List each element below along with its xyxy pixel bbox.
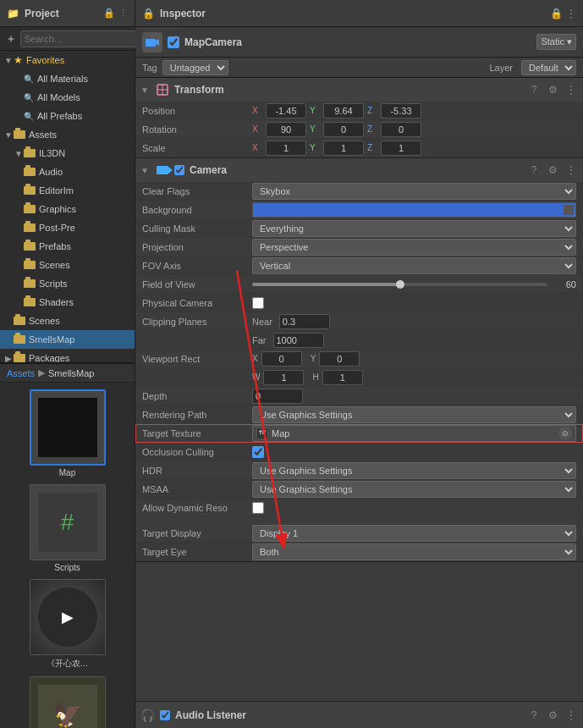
viewport-x-input[interactable] bbox=[261, 351, 302, 367]
all-prefabs-label: All Prefabs bbox=[37, 111, 82, 121]
target-eye-dropdown[interactable]: Both bbox=[252, 543, 576, 560]
sidebar-item-smellsmap[interactable]: SmellsMap bbox=[0, 330, 135, 349]
sidebar-item-graphics[interactable]: Graphics bbox=[0, 200, 135, 218]
static-dropdown[interactable]: Static ▾ bbox=[536, 34, 576, 50]
transform-help-icon[interactable]: ? bbox=[527, 84, 541, 96]
audio-settings-icon[interactable]: ⚙ bbox=[546, 709, 559, 721]
scenes-folder-icon bbox=[24, 261, 36, 269]
culling-mask-dropdown[interactable]: Everything bbox=[252, 220, 576, 237]
sidebar-item-il3dn[interactable]: ▼ IL3DN bbox=[0, 144, 135, 163]
sidebar-item-scenes[interactable]: Scenes bbox=[0, 256, 135, 274]
fov-slider-thumb[interactable] bbox=[396, 280, 404, 289]
camera-help-icon[interactable]: ? bbox=[527, 164, 541, 176]
scale-y-input[interactable] bbox=[323, 141, 364, 156]
fov-slider-track[interactable] bbox=[252, 283, 547, 286]
sidebar-item-all-materials[interactable]: 🔍 All Materials bbox=[0, 69, 135, 88]
object-enabled-checkbox[interactable] bbox=[168, 36, 179, 48]
breadcrumb-assets[interactable]: Assets bbox=[7, 368, 35, 378]
list-item[interactable]: 🦅 平原灰鷹-r... bbox=[7, 676, 128, 728]
audio-help-icon[interactable]: ? bbox=[527, 709, 541, 721]
target-select-button[interactable]: ⊙ bbox=[558, 427, 572, 440]
projection-dropdown[interactable]: Perspective bbox=[252, 239, 576, 256]
plus-icon[interactable]: ＋ bbox=[5, 31, 17, 47]
hdr-dropdown[interactable]: Use Graphics Settings bbox=[252, 462, 576, 479]
sidebar-item-editorm[interactable]: EditorIm bbox=[0, 181, 135, 200]
il3dn-arrow: ▼ bbox=[14, 148, 24, 158]
depth-input[interactable] bbox=[252, 389, 303, 404]
sidebar-item-shaders[interactable]: Shaders bbox=[0, 293, 135, 312]
headphone-icon: 🎧 bbox=[140, 709, 155, 722]
favorites-label: Favorites bbox=[26, 55, 64, 65]
more-icon[interactable]: ⋮ bbox=[118, 8, 128, 19]
sidebar-item-scenes2[interactable]: Scenes bbox=[0, 312, 135, 330]
map-thumbnail-box[interactable] bbox=[30, 389, 106, 466]
msaa-dropdown[interactable]: Use Graphics Settings bbox=[252, 481, 576, 498]
scale-z-input[interactable] bbox=[381, 141, 421, 156]
sidebar-item-prefabs[interactable]: Prefabs bbox=[0, 237, 135, 256]
fov-axis-label: FOV Axis bbox=[142, 261, 252, 271]
rendering-path-dropdown[interactable]: Use Graphics Settings bbox=[252, 406, 576, 423]
lock-icon[interactable]: 🔒 bbox=[103, 8, 115, 19]
list-item[interactable]: Map bbox=[7, 389, 128, 477]
rot-z-label: Z bbox=[367, 124, 377, 134]
sidebar-item-post[interactable]: Post-Pre bbox=[0, 218, 135, 237]
inspector-more-icon[interactable]: ⋮ bbox=[566, 8, 576, 19]
video-thumbnail-box[interactable]: ▶ bbox=[30, 579, 106, 655]
transform-more-icon[interactable]: ⋮ bbox=[564, 84, 578, 96]
far-input[interactable] bbox=[273, 333, 324, 348]
audio-more-icon[interactable]: ⋮ bbox=[564, 709, 578, 721]
clear-flags-dropdown[interactable]: Skybox bbox=[252, 183, 576, 200]
sidebar-item-assets[interactable]: ▼ Assets bbox=[0, 125, 135, 144]
pos-x-input[interactable] bbox=[266, 103, 306, 119]
fov-slider-container: 60 bbox=[252, 279, 576, 290]
list-item[interactable]: # Scripts bbox=[7, 484, 128, 572]
physical-camera-label: Physical Camera bbox=[142, 298, 252, 308]
camera-header[interactable]: ▼ Camera ? ⚙ ⋮ bbox=[135, 158, 583, 182]
inspector-lock-icon[interactable]: 🔒 bbox=[550, 8, 563, 19]
target-texture-field[interactable]: 🗺 Map ⊙ bbox=[252, 425, 576, 442]
sidebar-item-packages[interactable]: ▶ Packages bbox=[0, 349, 135, 362]
search-input[interactable] bbox=[20, 30, 146, 47]
viewport-h-input[interactable] bbox=[322, 370, 363, 385]
occlusion-culling-value bbox=[252, 446, 576, 458]
physical-camera-checkbox[interactable] bbox=[252, 297, 264, 309]
rot-x-input[interactable] bbox=[266, 122, 306, 137]
bird-thumb: 🦅 bbox=[38, 685, 97, 728]
layer-dropdown[interactable]: Default bbox=[521, 60, 576, 75]
sidebar-item-all-models[interactable]: 🔍 All Models bbox=[0, 88, 135, 107]
sidebar-item-all-prefabs[interactable]: 🔍 All Prefabs bbox=[0, 107, 135, 125]
audio-folder-icon bbox=[24, 168, 36, 176]
sidebar-item-scripts[interactable]: Scripts bbox=[0, 274, 135, 293]
allow-dynamic-label: Allow Dynamic Reso bbox=[142, 503, 252, 513]
near-input[interactable] bbox=[279, 314, 330, 329]
background-color-swatch[interactable] bbox=[252, 202, 576, 218]
scale-x-input[interactable] bbox=[266, 141, 306, 156]
pos-y-label: Y bbox=[310, 106, 320, 115]
target-display-dropdown[interactable]: Display 1 bbox=[252, 525, 576, 542]
pos-z-input[interactable] bbox=[381, 103, 421, 119]
color-picker-icon[interactable] bbox=[564, 205, 574, 215]
scale-value: X Y Z bbox=[252, 141, 576, 156]
scripts-thumbnail-box[interactable]: # bbox=[30, 484, 106, 560]
viewport-y-input[interactable] bbox=[319, 351, 360, 367]
camera-settings-icon[interactable]: ⚙ bbox=[546, 164, 559, 176]
camera-enabled-checkbox[interactable] bbox=[174, 165, 184, 175]
viewport-w-input[interactable] bbox=[263, 370, 304, 385]
fov-axis-dropdown[interactable]: Vertical bbox=[252, 257, 576, 274]
transform-header[interactable]: ▼ Transform ? ⚙ ⋮ bbox=[135, 78, 583, 102]
physical-camera-value bbox=[252, 297, 576, 309]
bird-thumbnail-box[interactable]: 🦅 bbox=[30, 676, 106, 728]
audio-listener-checkbox[interactable] bbox=[160, 710, 170, 720]
sidebar-item-audio[interactable]: Audio bbox=[0, 163, 135, 181]
clear-flags-label: Clear Flags bbox=[142, 186, 252, 196]
rot-z-input[interactable] bbox=[381, 122, 421, 137]
rot-y-input[interactable] bbox=[323, 122, 364, 137]
camera-more-icon[interactable]: ⋮ bbox=[564, 164, 578, 176]
pos-y-input[interactable] bbox=[323, 103, 364, 119]
transform-settings-icon[interactable]: ⚙ bbox=[546, 84, 559, 96]
tag-dropdown[interactable]: Untagged bbox=[162, 60, 228, 75]
allow-dynamic-checkbox[interactable] bbox=[252, 502, 264, 514]
occlusion-culling-checkbox[interactable] bbox=[252, 446, 264, 458]
list-item[interactable]: ▶ 《开心农... bbox=[7, 579, 128, 670]
sidebar-item-favorites[interactable]: ▼ ★ Favorites bbox=[0, 51, 135, 69]
